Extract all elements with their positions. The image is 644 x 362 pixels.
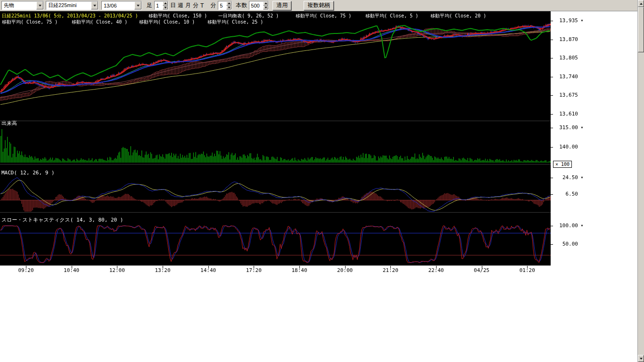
arrow-up-icon xyxy=(640,3,643,5)
stoch-scale-arrow[interactable]: ▼ xyxy=(580,223,584,228)
price-axis-tick xyxy=(551,21,553,21)
price-axis-label: 13,675 xyxy=(553,92,578,98)
macd-axis-label: 6.50 xyxy=(553,191,578,197)
stoch-axis-tick xyxy=(551,226,553,226)
price-axis-tick xyxy=(551,77,553,77)
time-axis-tick xyxy=(208,266,209,269)
volume-axis-tick xyxy=(551,128,553,128)
vertical-scrollbar[interactable] xyxy=(637,0,644,362)
arrow-down-icon xyxy=(640,358,643,360)
volume-axis-label: 315.00 xyxy=(553,124,578,131)
time-axis-tick xyxy=(527,266,528,269)
stoch-axis-label: 100.00 xyxy=(553,222,578,229)
price-axis-label: 13,935 xyxy=(553,17,578,24)
price-scale-arrow[interactable]: ▼ xyxy=(580,18,584,23)
macd-scale-arrow[interactable]: ▼ xyxy=(580,175,584,180)
time-axis-tick xyxy=(26,266,26,269)
time-axis-tick xyxy=(299,266,300,269)
time-axis-tick xyxy=(117,266,117,269)
scrollbar-thumb[interactable] xyxy=(638,7,644,52)
volume-scale-arrow[interactable]: ▼ xyxy=(580,125,584,130)
price-axis-label: 13,740 xyxy=(553,74,578,80)
scroll-down-button[interactable] xyxy=(638,355,644,362)
price-axis-tick xyxy=(551,58,553,58)
volume-axis-label: 140.00 xyxy=(553,144,578,150)
time-axis-tick xyxy=(72,266,72,269)
time-axis-tick xyxy=(254,266,254,269)
time-axis-tick xyxy=(163,266,163,269)
macd-axis-tick xyxy=(551,178,553,178)
macd-axis-label: 24.50 xyxy=(553,174,578,181)
price-axis-tick xyxy=(551,40,553,40)
price-axis-label: 13,805 xyxy=(553,55,578,61)
axis-overlays: 13,935▼13,87013,80513,74013,67513,610315… xyxy=(0,0,644,362)
scroll-up-button[interactable] xyxy=(638,0,644,7)
price-axis-tick xyxy=(551,114,553,115)
stoch-axis-tick xyxy=(551,244,553,245)
app-window: 先物 日経225mini 13/06 足 1 日 週 月 分 T 分 5 本数 … xyxy=(0,0,644,362)
time-axis-tick xyxy=(482,266,482,269)
time-axis-tick xyxy=(390,266,391,269)
stoch-axis-label: 50.00 xyxy=(553,241,578,247)
price-axis-label: 13,870 xyxy=(553,36,578,42)
time-axis-tick xyxy=(436,266,437,269)
time-axis-tick xyxy=(345,266,346,269)
price-axis-tick xyxy=(551,95,553,96)
macd-axis-tick xyxy=(551,194,553,195)
volume-axis-tick xyxy=(551,147,553,148)
price-axis-label: 13,610 xyxy=(553,111,578,117)
